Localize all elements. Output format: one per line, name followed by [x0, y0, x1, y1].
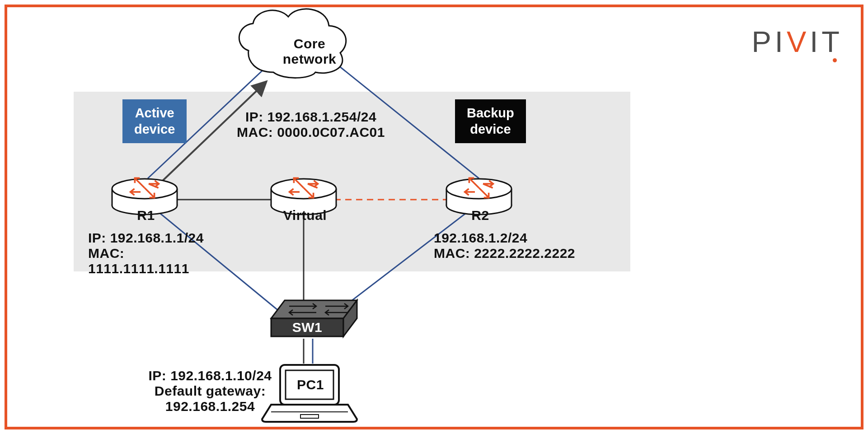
tag-active-device: Active device	[122, 99, 187, 143]
pc-gw-label: Default gateway:	[155, 383, 266, 398]
r1-ip: IP: 192.168.1.1/24	[88, 230, 204, 245]
tag-backup-device: Backup device	[455, 99, 526, 143]
tag-backup-line1: Backup	[467, 106, 514, 120]
pc-info: IP: 192.168.1.10/24 Default gateway: 192…	[145, 368, 276, 414]
r2-mac: MAC: 2222.2222.2222	[434, 246, 575, 261]
cloud-label: Core network	[282, 36, 337, 67]
r2-name: R2	[469, 208, 492, 223]
virtual-ip: IP: 192.168.1.254/24	[245, 109, 376, 124]
r1-mac: MAC: 1111.1111.1111	[88, 246, 189, 276]
tag-active-line1: Active	[135, 106, 174, 120]
virtual-name: Virtual	[282, 208, 328, 223]
tag-backup-line2: device	[470, 122, 511, 136]
switch-name: SW1	[289, 320, 325, 335]
virtual-mac: MAC: 0000.0C07.AC01	[237, 125, 385, 140]
cloud-label-line1: Core	[294, 36, 325, 51]
tag-active-line2: device	[134, 122, 175, 136]
virtual-info: IP: 192.168.1.254/24 MAC: 0000.0C07.AC01	[234, 109, 388, 140]
pc-ip: IP: 192.168.1.10/24	[148, 368, 272, 383]
r1-name: R1	[135, 208, 157, 223]
r1-info: IP: 192.168.1.1/24 MAC: 1111.1111.1111	[88, 230, 228, 276]
pc-name: PC1	[288, 377, 333, 392]
pc-gw-value: 192.168.1.254	[165, 399, 255, 414]
logo: PIVIT	[751, 25, 843, 59]
r2-info: 192.168.1.2/24 MAC: 2222.2222.2222	[434, 230, 605, 261]
cloud-label-line2: network	[283, 51, 337, 66]
r2-ip: 192.168.1.2/24	[434, 230, 527, 245]
